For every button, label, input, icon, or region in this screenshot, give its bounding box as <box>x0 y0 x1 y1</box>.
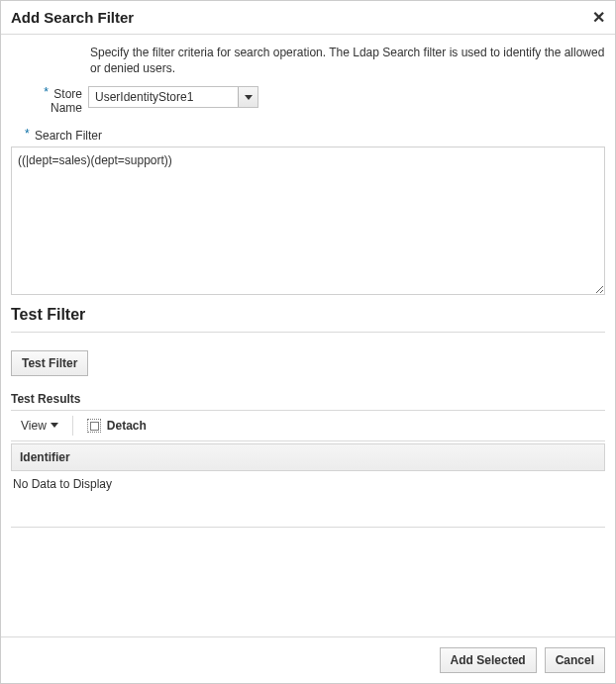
view-menu[interactable]: View <box>17 417 62 435</box>
required-asterisk-icon: * <box>44 85 49 99</box>
close-icon[interactable]: ✕ <box>592 10 605 26</box>
results-toolbar: View Detach <box>11 410 605 441</box>
search-filter-textarea[interactable] <box>11 147 605 295</box>
store-name-dropdown-button[interactable] <box>238 87 257 107</box>
detach-label: Detach <box>107 419 147 433</box>
grid-column-header-identifier[interactable]: Identifier <box>11 443 605 471</box>
test-filter-section-title: Test Filter <box>11 306 605 324</box>
dialog-footer: Add Selected Cancel <box>1 636 615 683</box>
cancel-button[interactable]: Cancel <box>545 647 605 673</box>
store-name-combobox[interactable] <box>88 86 258 108</box>
test-results-heading: Test Results <box>11 392 605 406</box>
add-search-filter-dialog: Add Search Filter ✕ Specify the filter c… <box>0 0 616 684</box>
dialog-help-text: Specify the filter criteria for search o… <box>90 45 605 76</box>
store-name-label: * Store Name <box>11 86 88 114</box>
chevron-down-icon <box>245 95 253 100</box>
store-name-input[interactable] <box>89 87 238 107</box>
dialog-title: Add Search Filter <box>11 9 134 26</box>
dialog-body: Specify the filter criteria for search o… <box>1 35 615 636</box>
store-name-row: * Store Name <box>11 86 605 114</box>
store-label-line2: Name <box>51 101 82 115</box>
search-filter-label-row: * Search Filter <box>25 129 605 143</box>
add-selected-button[interactable]: Add Selected <box>440 647 537 673</box>
toolbar-divider <box>72 416 73 436</box>
store-label-line1: Store <box>53 87 82 101</box>
chevron-down-icon <box>51 423 58 428</box>
dialog-header: Add Search Filter ✕ <box>1 1 615 35</box>
search-filter-field-wrap <box>11 147 605 298</box>
search-filter-label: Search Filter <box>35 129 102 143</box>
section-divider <box>11 332 605 333</box>
required-asterisk-icon: * <box>25 127 30 141</box>
grid-empty-message: No Data to Display <box>11 471 605 497</box>
content-divider <box>11 527 605 528</box>
view-menu-label: View <box>21 419 47 433</box>
detach-button[interactable]: Detach <box>87 419 147 433</box>
detach-icon <box>87 419 101 433</box>
test-filter-button[interactable]: Test Filter <box>11 350 88 376</box>
